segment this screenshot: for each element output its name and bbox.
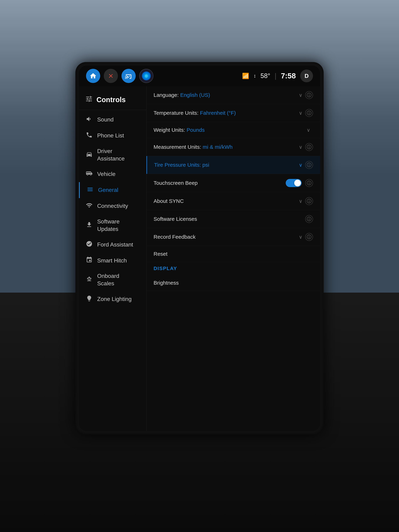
software-licenses-row[interactable]: Software Licenses ⓘ <box>146 210 320 228</box>
settings-content-panel: Language: English (US) ∨ ⓘ Temperature U… <box>146 86 320 431</box>
software-updates-icon <box>85 221 93 229</box>
main-content: Controls Sound <box>79 86 320 431</box>
display-section-label: DISPLAY <box>154 266 177 271</box>
signal-icon: ↕ <box>253 73 256 79</box>
weight-units-label: Weight Units: Pounds <box>154 127 307 133</box>
sidebar-onboard-scales-label: OnboardScales <box>97 272 119 287</box>
measurement-chevron: ∨ <box>299 144 303 150</box>
weight-units-row[interactable]: Weight Units: Pounds ∨ <box>146 122 320 138</box>
display-section-header: DISPLAY <box>146 262 320 275</box>
sidebar-connectivity-label: Connectivity <box>97 202 128 210</box>
about-sync-info-button[interactable]: ⓘ <box>305 197 313 205</box>
about-sync-label: About SYNC <box>154 198 299 204</box>
language-chevron: ∨ <box>299 92 303 98</box>
reset-label: Reset <box>154 251 313 257</box>
profile-button[interactable]: D <box>300 70 313 82</box>
language-info-button[interactable]: ⓘ <box>305 91 313 99</box>
sidebar-item-sound[interactable]: Sound <box>79 112 146 128</box>
brightness-label: Brightness <box>154 280 313 286</box>
smart-hitch-icon <box>85 256 93 265</box>
screen-cast-button[interactable] <box>121 69 136 83</box>
language-label: Language: English (US) <box>154 92 299 98</box>
sidebar-ford-assistant-label: Ford Assistant <box>97 241 133 248</box>
temperature-chevron: ∨ <box>299 110 303 116</box>
sidebar-item-general[interactable]: General <box>79 182 146 198</box>
controls-icon <box>85 95 93 104</box>
sidebar-driver-label: DriverAssistance <box>97 147 125 162</box>
sidebar-item-onboard-scales[interactable]: OnboardScales <box>79 268 146 291</box>
reset-row[interactable]: Reset <box>146 246 320 262</box>
alexa-button[interactable]: ○ <box>139 69 153 83</box>
screen: ○ 📶 ↕ 58° | 7:58 D <box>79 66 320 431</box>
about-sync-row[interactable]: About SYNC ∨ ⓘ <box>146 192 320 210</box>
wifi-icon: 📶 <box>242 73 249 79</box>
connectivity-icon <box>85 202 93 210</box>
sidebar-sound-label: Sound <box>97 116 114 123</box>
touchscreen-beep-toggle[interactable] <box>286 179 302 187</box>
record-feedback-chevron: ∨ <box>299 234 303 240</box>
sidebar-item-ford-assistant[interactable]: Ford Assistant <box>79 237 146 253</box>
alexa-circle: ○ <box>142 71 151 80</box>
sidebar-zone-lighting-label: Zone Lighting <box>97 295 132 303</box>
measurement-units-label: Measurement Units: mi & mi/kWh <box>154 144 299 150</box>
brightness-row[interactable]: Brightness <box>146 275 320 291</box>
temperature-display: 58° <box>260 72 270 80</box>
touchscreen-beep-label: Touchscreen Beep <box>154 180 286 186</box>
status-bar: ○ 📶 ↕ 58° | 7:58 D <box>79 66 320 86</box>
home-button[interactable] <box>86 69 100 83</box>
sidebar-item-phone-list[interactable]: Phone List <box>79 128 146 144</box>
sound-icon <box>85 116 93 124</box>
record-feedback-row[interactable]: Record Feedback ∨ ⓘ <box>146 228 320 246</box>
screen-cast-icon <box>125 72 132 80</box>
temperature-info-button[interactable]: ⓘ <box>305 109 313 117</box>
about-sync-chevron: ∨ <box>299 198 303 204</box>
record-feedback-label: Record Feedback <box>154 234 299 240</box>
vehicle-icon <box>85 170 93 178</box>
software-licenses-info-button[interactable]: ⓘ <box>305 215 313 223</box>
close-button[interactable] <box>104 69 118 83</box>
sidebar-software-label: SoftwareUpdates <box>97 218 120 233</box>
record-feedback-info-button[interactable]: ⓘ <box>305 233 313 241</box>
status-right: 📶 ↕ 58° | 7:58 D <box>242 70 313 82</box>
temperature-units-row[interactable]: Temperature Units: Fahrenheit (°F) ∨ ⓘ <box>146 104 320 122</box>
sidebar-header: Controls <box>79 91 146 110</box>
measurement-info-button[interactable]: ⓘ <box>305 143 313 151</box>
sidebar-item-connectivity[interactable]: Connectivity <box>79 198 146 214</box>
touchscreen-beep-row[interactable]: Touchscreen Beep ⓘ <box>146 174 320 192</box>
sidebar-item-software-updates[interactable]: SoftwareUpdates <box>79 214 146 237</box>
phone-icon <box>85 132 93 140</box>
touchscreen-beep-info-button[interactable]: ⓘ <box>305 179 313 187</box>
weight-chevron: ∨ <box>307 127 310 133</box>
general-icon <box>86 186 94 194</box>
tire-pressure-row[interactable]: Tire Pressure Units: psi ∨ ⓘ <box>146 156 320 174</box>
sidebar: Controls Sound <box>79 86 146 431</box>
language-row[interactable]: Language: English (US) ∨ ⓘ <box>146 86 320 104</box>
sidebar-smart-hitch-label: Smart Hitch <box>97 257 127 264</box>
ford-assistant-icon <box>85 241 93 249</box>
temperature-units-label: Temperature Units: Fahrenheit (°F) <box>154 110 299 116</box>
zone-lighting-icon <box>85 295 93 303</box>
toggle-knob <box>294 180 301 186</box>
driver-icon <box>85 151 93 159</box>
tablet-display: ○ 📶 ↕ 58° | 7:58 D <box>75 62 324 434</box>
sidebar-item-vehicle[interactable]: Vehicle <box>79 166 146 182</box>
onboard-scales-icon <box>85 276 93 284</box>
home-icon <box>89 72 97 80</box>
sidebar-header-label: Controls <box>96 96 126 104</box>
close-icon <box>108 73 114 79</box>
sidebar-phone-label: Phone List <box>97 132 124 139</box>
sidebar-item-driver-assistance[interactable]: DriverAssistance <box>79 144 146 166</box>
sidebar-general-label: General <box>98 186 118 194</box>
tire-pressure-label: Tire Pressure Units: psi <box>154 162 299 168</box>
software-licenses-label: Software Licenses <box>154 216 305 222</box>
sidebar-vehicle-label: Vehicle <box>97 171 115 178</box>
tire-pressure-info-button[interactable]: ⓘ <box>305 161 313 169</box>
sidebar-item-zone-lighting[interactable]: Zone Lighting <box>79 291 146 307</box>
tire-pressure-chevron: ∨ <box>299 162 303 168</box>
time-display: 7:58 <box>281 72 296 80</box>
sidebar-item-smart-hitch[interactable]: Smart Hitch <box>79 253 146 268</box>
measurement-units-row[interactable]: Measurement Units: mi & mi/kWh ∨ ⓘ <box>146 138 320 156</box>
